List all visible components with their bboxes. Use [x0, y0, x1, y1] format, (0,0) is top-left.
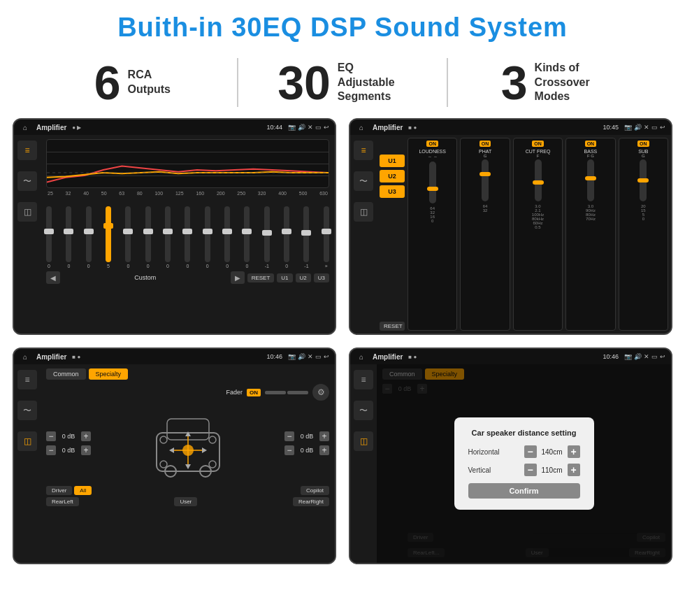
cross-u2-btn[interactable]: U2 — [380, 170, 405, 182]
fader-on-badge[interactable]: ON — [247, 389, 261, 396]
eq-slider-3[interactable]: 5 — [106, 206, 111, 268]
fader-rearright-btn[interactable]: RearRight — [293, 497, 329, 506]
vol-minus-tl[interactable]: − — [46, 431, 56, 441]
eq-u3-btn[interactable]: U3 — [314, 273, 329, 282]
cutfreq-slider[interactable] — [535, 159, 542, 201]
dialog-vertical-plus[interactable]: + — [568, 464, 580, 476]
fader-sidebar-icon-2[interactable]: 〜 — [17, 401, 37, 420]
home-icon-1[interactable]: ⌂ — [20, 122, 31, 133]
vol-minus-bl[interactable]: − — [46, 445, 56, 455]
fader-sidebar-icon-1[interactable]: ≡ — [17, 370, 37, 389]
loudness-slider[interactable] — [429, 162, 436, 203]
eq-slider-13[interactable]: -1 — [303, 206, 309, 268]
eq-slider-12[interactable]: 0 — [284, 206, 289, 268]
vol-minus-tr[interactable]: − — [284, 431, 294, 441]
eq-slider-10[interactable]: 0 — [244, 206, 250, 268]
volume-icon-4: 🔊 — [634, 353, 642, 360]
eq-track-12[interactable] — [284, 206, 289, 262]
fader-settings-icon[interactable]: ⚙ — [312, 384, 329, 401]
window-icon-1: ▭ — [315, 124, 322, 131]
fader-driver-btn[interactable]: Driver — [46, 486, 72, 495]
back-icon-3[interactable]: ↩ — [324, 353, 329, 360]
fader-all-btn[interactable]: All — [74, 486, 92, 495]
cross-u3-btn[interactable]: U3 — [380, 185, 405, 198]
back-icon-2[interactable]: ↩ — [660, 124, 665, 131]
tab-specialty[interactable]: Specialty — [89, 368, 129, 380]
eq-slider-0[interactable]: 0 — [46, 206, 52, 268]
eq-track-4[interactable] — [125, 206, 131, 262]
eq-slider-4[interactable]: 0 — [125, 206, 131, 268]
eq-track-5[interactable] — [145, 206, 151, 262]
cross-sidebar-icon-1[interactable]: ≡ — [354, 141, 373, 160]
eq-track-1[interactable] — [66, 206, 71, 262]
eq-track-0[interactable] — [46, 206, 52, 262]
eq-track-2[interactable] — [86, 206, 92, 262]
eq-u2-btn[interactable]: U2 — [296, 273, 311, 282]
eq-slider-8[interactable]: 0 — [205, 206, 210, 268]
phat-slider[interactable] — [482, 159, 489, 201]
vol-minus-br[interactable]: − — [284, 445, 294, 455]
eq-sidebar-icon-2[interactable]: 〜 — [17, 171, 37, 191]
sub-on-badge[interactable]: ON — [637, 141, 649, 147]
eq-track-9[interactable] — [224, 206, 230, 262]
vol-plus-br[interactable]: + — [319, 445, 329, 455]
eq-track-8[interactable] — [205, 206, 210, 262]
back-icon-4[interactable]: ↩ — [660, 353, 665, 360]
vol-plus-tl[interactable]: + — [81, 431, 91, 441]
loudness-on-badge[interactable]: ON — [426, 141, 438, 147]
fader-copilot-btn[interactable]: Copilot — [301, 486, 329, 495]
eq-track-13[interactable] — [303, 206, 309, 262]
dialog-horizontal-controls: − 140cm + — [524, 445, 580, 458]
fader-bottom-buttons-2: RearLeft User RearRight — [46, 497, 329, 506]
eq-track-3[interactable] — [106, 206, 111, 262]
cross-sidebar-icon-2[interactable]: 〜 — [354, 171, 373, 191]
eq-slider-11[interactable]: -1 — [264, 206, 270, 268]
dialog-confirm-btn[interactable]: Confirm — [468, 483, 580, 499]
dialog-horizontal-minus[interactable]: − — [524, 445, 537, 458]
eq-thumb-13 — [301, 230, 311, 236]
phat-on-badge[interactable]: ON — [480, 141, 491, 147]
home-icon-2[interactable]: ⌂ — [356, 122, 367, 133]
vol-plus-tr[interactable]: + — [319, 431, 329, 441]
dialog-vertical-minus[interactable]: − — [524, 464, 537, 476]
vol-plus-bl[interactable]: + — [81, 445, 91, 455]
eq-sidebar-icon-1[interactable]: ≡ — [17, 141, 37, 160]
tab-common[interactable]: Common — [46, 368, 86, 380]
eq-sidebar-icon-3[interactable]: ◫ — [17, 202, 37, 222]
eq-track-6[interactable] — [165, 206, 171, 262]
home-icon-4[interactable]: ⌂ — [356, 351, 367, 362]
eq-thumb-11 — [262, 230, 272, 236]
fader-rearleft-btn[interactable]: RearLeft — [46, 497, 79, 506]
bass-slider[interactable] — [587, 159, 594, 201]
dist-sidebar-icon-3[interactable]: ◫ — [354, 431, 373, 451]
cross-u1-btn[interactable]: U1 — [380, 155, 405, 167]
eq-slider-9[interactable]: 0 — [224, 206, 230, 268]
dist-sidebar-icon-2[interactable]: 〜 — [354, 401, 373, 420]
bass-on-badge[interactable]: ON — [585, 141, 597, 147]
cross-reset-btn[interactable]: RESET — [380, 322, 405, 331]
eq-track-10[interactable] — [244, 206, 250, 262]
eq-slider-6[interactable]: 0 — [165, 206, 171, 268]
cross-sidebar-icon-3[interactable]: ◫ — [354, 202, 373, 222]
eq-track-14[interactable] — [324, 206, 329, 262]
eq-slider-1[interactable]: 0 — [66, 206, 71, 268]
eq-next-btn[interactable]: ▶ — [231, 271, 245, 284]
home-icon-3[interactable]: ⌂ — [20, 351, 31, 362]
eq-slider-14[interactable]: » — [324, 206, 329, 268]
dialog-horizontal-plus[interactable]: + — [568, 445, 580, 458]
eq-slider-2[interactable]: 0 — [86, 206, 92, 268]
fader-sidebar-icon-3[interactable]: ◫ — [17, 431, 37, 451]
fader-user-btn[interactable]: User — [174, 497, 197, 506]
eq-slider-7[interactable]: 0 — [185, 206, 190, 268]
cutfreq-on-badge[interactable]: ON — [532, 141, 544, 147]
sub-slider[interactable] — [640, 159, 647, 201]
eq-track-11[interactable] — [264, 206, 270, 262]
eq-track-7[interactable] — [185, 206, 190, 262]
eq-reset-btn[interactable]: RESET — [247, 273, 275, 282]
stat-divider-1 — [237, 58, 238, 107]
back-icon-1[interactable]: ↩ — [324, 124, 329, 131]
eq-slider-5[interactable]: 0 — [145, 206, 151, 268]
eq-prev-btn[interactable]: ◀ — [46, 271, 60, 284]
eq-u1-btn[interactable]: U1 — [277, 273, 292, 282]
dist-sidebar-icon-1[interactable]: ≡ — [354, 370, 373, 389]
